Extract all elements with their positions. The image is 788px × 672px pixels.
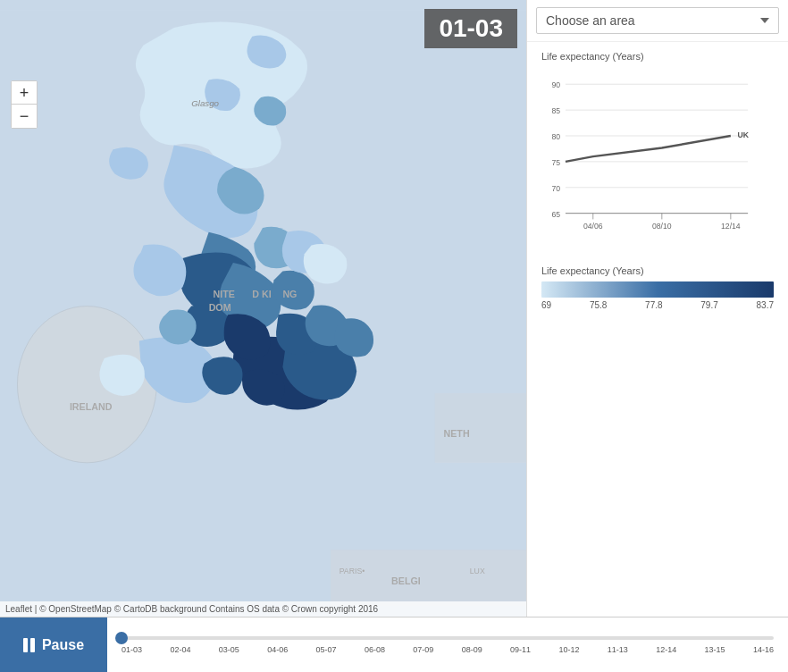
svg-text:LUX: LUX [470,567,485,575]
area-select-dropdown[interactable]: Choose an area East Midlands East of Eng… [536,7,779,34]
svg-text:Glasgo: Glasgo [191,98,219,108]
svg-text:12/14: 12/14 [721,222,741,231]
svg-text:D KI: D KI [252,289,271,299]
legend-mid2-label: 77.8 [645,300,662,310]
svg-text:75: 75 [552,158,561,167]
svg-text:04/06: 04/06 [583,222,603,231]
svg-text:UK: UK [738,130,750,139]
svg-text:NITE: NITE [214,289,235,299]
timeline-label-8: 09-11 [510,645,531,654]
zoom-out-button[interactable]: − [12,105,37,128]
pause-button[interactable]: Pause [0,617,107,673]
line-chart-title: Life expectancy (Years) [541,51,774,62]
timeline-label-0: 01-03 [122,645,142,654]
timeline-labels: 01-03 02-04 03-05 04-06 05-07 06-08 07-0… [122,645,774,654]
timeline-thumb[interactable] [115,632,128,644]
map-attribution: Leaflet | © OpenStreetMap © CartoDB back… [0,601,526,617]
map-container[interactable]: 01-03 + − Dublin• IRELAND BELGI PARIS• L… [0,0,526,617]
timeline-label-1: 02-04 [170,645,190,654]
svg-rect-4 [331,550,526,606]
timeline-label-12: 13-15 [705,645,725,654]
timeline-label-13: 14-16 [753,645,774,654]
pause-label: Pause [42,637,84,653]
uk-map-svg: Dublin• IRELAND BELGI PARIS• LUX NETH [0,0,526,617]
pause-icon [23,638,35,652]
svg-text:08/10: 08/10 [652,222,672,231]
svg-text:65: 65 [552,210,561,219]
legend-labels: 69 75.8 77.8 79.7 83.7 [541,300,774,310]
svg-text:NETH: NETH [444,428,470,439]
area-selector-section: Choose an area East Midlands East of Eng… [527,0,788,42]
map-period-label: 01-03 [424,9,517,48]
zoom-in-button[interactable]: + [12,81,37,105]
svg-text:85: 85 [552,106,561,115]
timeline-label-2: 03-05 [219,645,239,654]
svg-text:70: 70 [552,184,561,193]
legend-mid1-label: 75.8 [590,300,607,310]
svg-text:NG: NG [282,289,297,299]
timeline-label-9: 10-12 [558,645,579,654]
legend-mid3-label: 79.7 [700,300,717,310]
legend-min-label: 69 [541,300,551,310]
bottom-bar: Pause 01-03 02-04 03-05 04-06 05-07 06-0… [0,617,788,672]
timeline-label-6: 07-09 [413,645,433,654]
line-chart-section: Life expectancy (Years) 90 85 80 75 70 6… [527,42,788,256]
timeline-label-7: 08-09 [462,645,482,654]
timeline-label-5: 06-08 [365,645,385,654]
svg-text:PARIS•: PARIS• [340,567,365,575]
svg-text:DOM: DOM [209,302,231,313]
timeline-label-10: 11-13 [608,645,628,654]
legend-color-bar [541,281,774,298]
svg-text:80: 80 [552,132,561,141]
legend-max-label: 83.7 [757,300,774,310]
svg-text:IRELAND: IRELAND [70,401,113,412]
legend-title: Life expectancy (Years) [541,265,774,276]
svg-text:90: 90 [552,80,561,89]
pause-bar-right [30,638,35,652]
legend-section: Life expectancy (Years) 69 75.8 77.8 79.… [527,256,788,319]
pause-bar-left [23,638,28,652]
timeline[interactable]: 01-03 02-04 03-05 04-06 05-07 06-08 07-0… [107,636,788,654]
zoom-controls: + − [11,80,38,129]
timeline-label-11: 12-14 [656,645,676,654]
line-chart-svg: 90 85 80 75 70 65 [541,65,774,253]
timeline-track[interactable] [122,636,774,640]
timeline-label-4: 05-07 [316,645,337,654]
svg-text:BELGI: BELGI [391,575,421,586]
right-panel: Choose an area East Midlands East of Eng… [526,0,788,617]
timeline-label-3: 04-06 [267,645,288,654]
